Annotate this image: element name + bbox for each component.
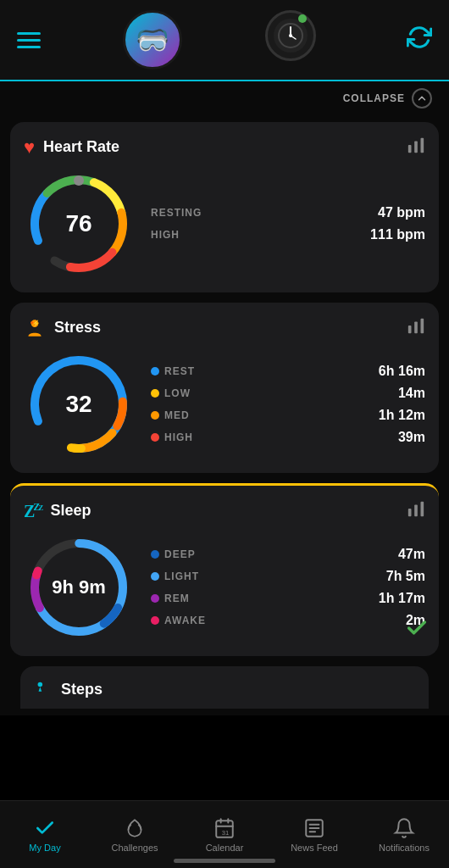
bottom-nav: My Day Challenges 31 Calendar News Feed — [0, 800, 449, 868]
news-feed-icon — [303, 817, 325, 839]
sleep-checkmark — [405, 616, 429, 646]
sleep-title-group: ZZZ Sleep — [24, 501, 91, 521]
stat-row-awake: AWAKE 2m — [151, 613, 425, 628]
rem-value: 1h 17m — [379, 591, 425, 606]
nav-my-day[interactable]: My Day — [0, 801, 90, 868]
stress-high-label: HIGH — [164, 431, 211, 443]
nav-news-feed[interactable]: News Feed — [269, 801, 359, 868]
heart-rate-chart-button[interactable] — [407, 136, 425, 159]
home-indicator — [174, 859, 275, 863]
watch-widget[interactable] — [265, 10, 324, 70]
awake-label-group: AWAKE — [151, 615, 211, 626]
sleep-content: 9h 9m DEEP 47m LIGHT 7h 5m — [24, 532, 425, 643]
svg-rect-18 — [414, 321, 418, 333]
svg-rect-6 — [421, 138, 424, 153]
stress-high-dot — [151, 433, 159, 442]
my-day-icon — [34, 817, 56, 839]
sleep-circle: 9h 9m — [24, 532, 134, 643]
notifications-icon — [393, 817, 415, 839]
refresh-button[interactable] — [407, 25, 432, 56]
stress-chart-button[interactable] — [407, 316, 425, 339]
deep-dot — [151, 550, 159, 559]
sleep-title: Sleep — [50, 502, 91, 520]
cards-container: ♥ Heart Rate — [0, 115, 449, 715]
collapse-bar[interactable]: COLLAPSE — [0, 81, 449, 115]
high-label: HIGH — [151, 229, 197, 241]
sleep-chart-button[interactable] — [407, 499, 425, 522]
nav-notifications[interactable]: Notifications — [359, 801, 449, 868]
svg-text:31: 31 — [222, 828, 229, 836]
rem-label-group: REM — [151, 593, 211, 604]
low-dot — [151, 389, 159, 398]
stress-circle: 32 — [24, 349, 134, 459]
rest-value: 6h 16m — [379, 364, 425, 379]
svg-point-13 — [74, 175, 84, 186]
heart-rate-content: 76 RESTING 47 bpm HIGH 111 bpm — [24, 169, 425, 279]
collapse-label: COLLAPSE — [343, 92, 405, 104]
svg-rect-17 — [408, 326, 412, 333]
card-title-group: ♥ Heart Rate — [24, 136, 119, 159]
rest-dot — [151, 367, 159, 376]
low-value: 14m — [398, 386, 425, 401]
watch-status-dot — [298, 14, 307, 23]
rem-label: REM — [164, 593, 211, 604]
svg-rect-19 — [421, 319, 424, 333]
svg-rect-25 — [414, 504, 418, 516]
notifications-label: Notifications — [379, 843, 430, 853]
heart-rate-card: ♥ Heart Rate — [10, 122, 439, 292]
light-label-group: LIGHT — [151, 570, 211, 582]
low-label-group: LOW — [151, 387, 211, 399]
rest-label-group: REST — [151, 365, 211, 377]
calendar-label: Calendar — [206, 843, 244, 853]
my-day-label: My Day — [29, 843, 60, 853]
menu-button[interactable] — [17, 32, 41, 48]
steps-icon — [34, 680, 53, 698]
light-label: LIGHT — [164, 570, 211, 582]
avatar[interactable]: 🥽 — [123, 10, 182, 70]
stat-row-high: HIGH 111 bpm — [151, 227, 425, 242]
heart-rate-stats: RESTING 47 bpm HIGH 111 bpm — [151, 205, 425, 242]
avatar-image: 🥽 — [136, 24, 169, 56]
light-dot — [151, 572, 159, 581]
stat-row-deep: DEEP 47m — [151, 547, 425, 562]
svg-text:⚡: ⚡ — [32, 318, 41, 326]
stress-high-label-group: HIGH — [151, 431, 211, 443]
svg-rect-5 — [414, 141, 418, 153]
med-label: MED — [164, 409, 211, 421]
heart-rate-value: 76 — [65, 210, 91, 237]
collapse-button[interactable] — [412, 88, 432, 108]
svg-point-32 — [38, 682, 43, 687]
sleep-card: ZZZ Sleep — [10, 483, 439, 656]
nav-challenges[interactable]: Challenges — [90, 801, 180, 868]
sleep-value: 9h 9m — [52, 576, 106, 598]
watch-face — [265, 10, 316, 61]
deep-value: 47m — [398, 547, 425, 562]
app-header: 🥽 — [0, 0, 449, 81]
steps-title: Steps — [61, 681, 103, 698]
stress-value: 32 — [65, 391, 91, 418]
high-value: 111 bpm — [370, 227, 425, 242]
watch-inner — [274, 19, 308, 53]
stat-row-stress-high: HIGH 39m — [151, 430, 425, 445]
low-label: LOW — [164, 387, 211, 399]
stress-stats: REST 6h 16m LOW 14m MED 1h 12 — [151, 364, 425, 445]
stress-content: 32 REST 6h 16m LOW 14m — [24, 349, 425, 459]
med-dot — [151, 411, 159, 420]
med-label-group: MED — [151, 409, 211, 421]
stress-card: ⚡ Stress — [10, 303, 439, 473]
steps-title-group: Steps — [34, 680, 103, 698]
heart-icon: ♥ — [24, 136, 35, 159]
med-value: 1h 12m — [379, 408, 425, 423]
stat-row-resting: RESTING 47 bpm — [151, 205, 425, 220]
card-header-stress: ⚡ Stress — [24, 316, 425, 339]
awake-dot — [151, 616, 159, 625]
heart-rate-title: Heart Rate — [43, 138, 119, 156]
stat-row-low: LOW 14m — [151, 386, 425, 401]
steps-header: Steps — [34, 680, 415, 698]
challenges-icon — [124, 817, 146, 839]
rem-dot — [151, 594, 159, 603]
light-value: 7h 5m — [386, 569, 425, 584]
svg-point-3 — [289, 34, 292, 37]
sleep-icon: ZZZ — [24, 501, 42, 521]
news-feed-label: News Feed — [291, 843, 338, 853]
